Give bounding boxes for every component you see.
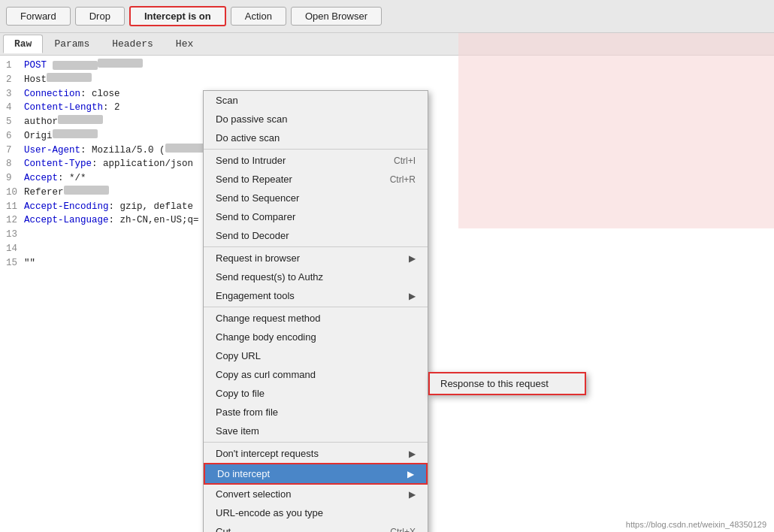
context-menu-item-scan[interactable]: Scan (204, 91, 428, 110)
watermark: https://blog.csdn.net/weixin_48350129 (626, 520, 766, 529)
context-menu-item-copy_curl[interactable]: Copy as curl command (204, 365, 428, 384)
context-menu-item-save_item[interactable]: Save item (204, 422, 428, 440)
context-menu-label: Send to Comparer (216, 211, 295, 222)
context-menu-shortcut: Ctrl+X (390, 527, 416, 533)
context-menu-label: Engagement tools (216, 290, 295, 301)
context-menu-label: Send to Intruder (216, 155, 286, 166)
line-content: User-Agent: Mozilla/5.0 ( (24, 144, 165, 158)
context-menu-label: Do active scan (216, 132, 280, 144)
context-menu-label: Convert selection (216, 488, 291, 500)
context-menu-label: Do intercept (217, 468, 270, 479)
line-content: Content-Type: application/json (24, 157, 193, 171)
line-content: author (24, 115, 58, 129)
context-menu-label: Scan (216, 95, 238, 106)
action-button[interactable]: Action (231, 7, 286, 26)
context-menu-item-active_scan[interactable]: Do active scan (204, 128, 428, 147)
context-menu-label: Save item (216, 425, 259, 437)
context-menu-item-change_encoding[interactable]: Change body encoding (204, 328, 428, 346)
line-content: Host (24, 73, 47, 87)
tab-hex[interactable]: Hex (165, 35, 204, 53)
context-menu-label: Copy URL (216, 350, 261, 361)
editor-right-panel (458, 33, 774, 228)
context-menu-label: Request in browser (216, 252, 300, 264)
context-menu-item-send_intruder[interactable]: Send to IntruderCtrl+I (204, 151, 428, 170)
context-menu-item-send_comparer[interactable]: Send to Comparer (204, 207, 428, 226)
context-menu-item-convert_selection[interactable]: Convert selection▶ (204, 485, 428, 503)
context-menu-item-do_intercept[interactable]: Do intercept▶ (204, 463, 428, 485)
context-menu-item-url_encode[interactable]: URL-encode as you type (204, 503, 428, 522)
line-content: Accept-Language: zh-CN,en-US;q= (24, 213, 199, 228)
context-menu: ScanDo passive scanDo active scanSend to… (203, 90, 428, 532)
line-content: Connection: close (24, 87, 120, 101)
context-menu-item-send_sequencer[interactable]: Send to Sequencer (204, 189, 428, 207)
context-menu-arrow: ▶ (409, 253, 416, 264)
context-menu-item-copy_url[interactable]: Copy URL (204, 346, 428, 365)
context-menu-shortcut: Ctrl+I (394, 156, 416, 166)
tab-raw[interactable]: Raw (3, 35, 43, 53)
line-content: Origi (24, 129, 53, 144)
context-menu-arrow: ▶ (409, 291, 416, 301)
context-menu-item-cut[interactable]: CutCtrl+X (204, 522, 428, 532)
context-menu-label: Don't intercept requests (216, 448, 319, 459)
context-menu-label: Cut (216, 526, 231, 532)
context-menu-item-paste_from_file[interactable]: Paste from file (204, 403, 428, 422)
do-intercept-submenu: Response to this request (428, 372, 586, 395)
context-menu-label: Change request method (216, 313, 320, 324)
context-menu-item-engagement_tools[interactable]: Engagement tools▶ (204, 286, 428, 305)
context-menu-label: Change body encoding (216, 331, 316, 343)
tab-headers[interactable]: Headers (101, 35, 165, 53)
context-menu-label: Paste from file (216, 407, 278, 418)
line-content: Accept-Encoding: gzip, deflate (24, 200, 193, 214)
open-browser-button[interactable]: Open Browser (291, 7, 382, 26)
line-content: Referer (24, 186, 64, 200)
context-menu-label: Do passive scan (216, 113, 287, 125)
context-menu-label: URL-encode as you type (216, 507, 323, 518)
context-menu-item-copy_to_file[interactable]: Copy to file (204, 384, 428, 403)
line-content: POST (24, 59, 98, 73)
context-menu-item-change_method[interactable]: Change request method (204, 309, 428, 328)
line-content: Accept: */* (24, 171, 86, 186)
context-menu-arrow: ▶ (409, 489, 416, 500)
context-menu-label: Send request(s) to Authz (216, 271, 323, 283)
line-content: "" (24, 256, 35, 271)
toolbar: Forward Drop Intercept is on Action Open… (0, 0, 774, 33)
intercept-button[interactable]: Intercept is on (129, 6, 226, 26)
context-menu-item-dont_intercept[interactable]: Don't intercept requests▶ (204, 444, 428, 463)
context-menu-item-send_decoder[interactable]: Send to Decoder (204, 226, 428, 245)
line-content: Content-Length: 2 (24, 101, 120, 115)
context-menu-item-request_in_browser[interactable]: Request in browser▶ (204, 249, 428, 268)
context-menu-arrow: ▶ (407, 469, 414, 479)
context-menu-label: Send to Decoder (216, 230, 289, 241)
drop-button[interactable]: Drop (75, 7, 125, 26)
context-menu-label: Send to Repeater (216, 174, 292, 185)
context-menu-label: Copy as curl command (216, 369, 316, 380)
context-menu-label: Send to Sequencer (216, 192, 299, 204)
context-menu-shortcut: Ctrl+R (390, 174, 416, 185)
context-menu-arrow: ▶ (409, 449, 416, 459)
forward-button[interactable]: Forward (6, 7, 71, 26)
context-menu-label: Copy to file (216, 388, 265, 399)
tab-params[interactable]: Params (43, 35, 101, 53)
context-menu-item-send_authz[interactable]: Send request(s) to Authz (204, 268, 428, 286)
context-menu-item-send_repeater[interactable]: Send to RepeaterCtrl+R (204, 170, 428, 189)
submenu-item-response_to_request[interactable]: Response to this request (430, 373, 585, 394)
context-menu-item-passive_scan[interactable]: Do passive scan (204, 110, 428, 128)
